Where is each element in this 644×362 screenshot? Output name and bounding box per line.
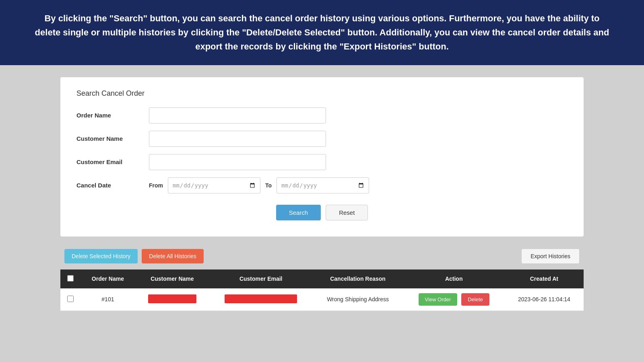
- from-label: From: [149, 182, 163, 189]
- history-table: Order Name Customer Name Customer Email …: [60, 269, 584, 311]
- row-created-at: 2023-06-26 11:04:14: [505, 288, 584, 311]
- search-panel-title: Search Cancel Order: [76, 89, 568, 98]
- row-checkbox-cell: [60, 288, 80, 311]
- col-header-customer-name: Customer Name: [135, 269, 209, 288]
- col-header-customer-email: Customer Email: [209, 269, 313, 288]
- export-histories-button[interactable]: Export Histories: [521, 249, 580, 264]
- row-action: View Order Delete: [403, 288, 505, 311]
- row-order-name: #101: [80, 288, 135, 311]
- banner-text: By clicking the "Search" button, you can…: [32, 11, 612, 54]
- search-buttons-group: Search Reset: [76, 205, 568, 220]
- history-section: Delete Selected History Delete All Histo…: [60, 249, 584, 311]
- customer-email-row: Customer Email: [76, 154, 568, 170]
- row-cancellation-reason: Wrong Shipping Address: [313, 288, 403, 311]
- cancel-date-label: Cancel Date: [76, 182, 149, 189]
- history-toolbar: Delete Selected History Delete All Histo…: [60, 249, 584, 264]
- order-name-row: Order Name: [76, 107, 568, 123]
- col-header-cancellation-reason: Cancellation Reason: [313, 269, 403, 288]
- delete-row-button[interactable]: Delete: [461, 293, 489, 306]
- select-all-checkbox[interactable]: [67, 275, 74, 282]
- col-header-order-name: Order Name: [80, 269, 135, 288]
- customer-name-input[interactable]: [149, 131, 326, 147]
- customer-email-input[interactable]: [149, 154, 326, 170]
- row-customer-email: [209, 288, 313, 311]
- customer-email-label: Customer Email: [76, 158, 149, 165]
- view-order-button[interactable]: View Order: [419, 293, 458, 306]
- toolbar-left-buttons: Delete Selected History Delete All Histo…: [64, 249, 204, 263]
- col-header-created-at: Created At: [505, 269, 584, 288]
- order-name-input[interactable]: [149, 107, 326, 123]
- customer-name-label: Customer Name: [76, 135, 149, 142]
- cancel-date-row: Cancel Date From To: [76, 177, 568, 193]
- search-button[interactable]: Search: [276, 205, 321, 220]
- customer-name-row: Customer Name: [76, 131, 568, 147]
- search-panel: Search Cancel Order Order Name Customer …: [60, 77, 584, 237]
- customer-email-redacted: [225, 294, 297, 303]
- row-select-checkbox[interactable]: [67, 296, 74, 302]
- date-range-group: From To: [149, 177, 369, 193]
- col-header-action: Action: [403, 269, 505, 288]
- to-label: To: [265, 182, 272, 189]
- info-banner: By clicking the "Search" button, you can…: [0, 0, 644, 65]
- order-name-label: Order Name: [76, 112, 149, 119]
- cancel-date-to-input[interactable]: [277, 177, 369, 193]
- cancel-date-from-input[interactable]: [168, 177, 260, 193]
- table-row: #101 Wrong Shipping Address View Order D…: [60, 288, 584, 311]
- table-header-row: Order Name Customer Name Customer Email …: [60, 269, 584, 288]
- delete-all-histories-button[interactable]: Delete All Histories: [142, 249, 204, 263]
- customer-name-redacted: [148, 294, 196, 303]
- delete-selected-history-button[interactable]: Delete Selected History: [64, 249, 138, 263]
- row-customer-name: [135, 288, 209, 311]
- reset-button[interactable]: Reset: [326, 205, 368, 220]
- select-all-header: [60, 269, 80, 288]
